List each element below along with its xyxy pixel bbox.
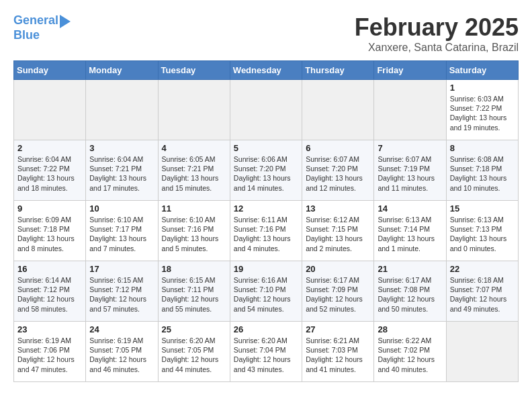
day-number: 4	[162, 143, 226, 153]
calendar-cell: 11Sunrise: 6:10 AM Sunset: 7:16 PM Dayli…	[158, 201, 230, 261]
day-number: 26	[234, 324, 298, 334]
calendar-week-1: 1Sunrise: 6:03 AM Sunset: 7:22 PM Daylig…	[14, 80, 519, 140]
calendar-cell: 8Sunrise: 6:08 AM Sunset: 7:18 PM Daylig…	[446, 140, 518, 201]
day-info: Sunrise: 6:11 AM Sunset: 7:16 PM Dayligh…	[234, 215, 298, 253]
calendar-cell: 4Sunrise: 6:05 AM Sunset: 7:21 PM Daylig…	[158, 140, 230, 201]
calendar-cell: 14Sunrise: 6:13 AM Sunset: 7:14 PM Dayli…	[374, 201, 446, 261]
calendar-cell: 21Sunrise: 6:17 AM Sunset: 7:08 PM Dayli…	[374, 261, 446, 322]
calendar-week-3: 9Sunrise: 6:09 AM Sunset: 7:18 PM Daylig…	[14, 201, 519, 261]
calendar-header: SundayMondayTuesdayWednesdayThursdayFrid…	[14, 61, 519, 80]
day-info: Sunrise: 6:09 AM Sunset: 7:18 PM Dayligh…	[17, 215, 82, 253]
calendar-body: 1Sunrise: 6:03 AM Sunset: 7:22 PM Daylig…	[14, 80, 519, 382]
day-number: 10	[89, 203, 154, 214]
day-info: Sunrise: 6:15 AM Sunset: 7:12 PM Dayligh…	[89, 275, 154, 314]
calendar-cell	[374, 80, 446, 140]
calendar-cell: 7Sunrise: 6:07 AM Sunset: 7:19 PM Daylig…	[374, 140, 446, 201]
calendar-cell: 19Sunrise: 6:16 AM Sunset: 7:10 PM Dayli…	[230, 261, 302, 322]
day-info: Sunrise: 6:17 AM Sunset: 7:09 PM Dayligh…	[306, 275, 370, 314]
calendar-cell	[158, 80, 230, 140]
day-info: Sunrise: 6:21 AM Sunset: 7:03 PM Dayligh…	[306, 336, 370, 374]
day-number: 20	[306, 264, 370, 274]
day-number: 1	[450, 83, 515, 93]
logo-text-blue: Blue	[13, 28, 40, 43]
calendar-cell: 26Sunrise: 6:20 AM Sunset: 7:04 PM Dayli…	[230, 322, 302, 382]
day-info: Sunrise: 6:20 AM Sunset: 7:04 PM Dayligh…	[234, 336, 298, 374]
day-info: Sunrise: 6:14 AM Sunset: 7:12 PM Dayligh…	[17, 275, 82, 314]
day-info: Sunrise: 6:07 AM Sunset: 7:19 PM Dayligh…	[378, 154, 442, 193]
calendar-cell: 17Sunrise: 6:15 AM Sunset: 7:12 PM Dayli…	[86, 261, 158, 322]
day-info: Sunrise: 6:10 AM Sunset: 7:17 PM Dayligh…	[89, 215, 154, 253]
calendar-cell	[302, 80, 374, 140]
day-info: Sunrise: 6:18 AM Sunset: 7:07 PM Dayligh…	[450, 275, 515, 314]
day-number: 7	[378, 143, 442, 153]
calendar-cell: 20Sunrise: 6:17 AM Sunset: 7:09 PM Dayli…	[302, 261, 374, 322]
calendar-cell	[446, 322, 518, 382]
calendar-cell: 15Sunrise: 6:13 AM Sunset: 7:13 PM Dayli…	[446, 201, 518, 261]
day-info: Sunrise: 6:10 AM Sunset: 7:16 PM Dayligh…	[162, 215, 226, 253]
day-number: 6	[306, 143, 370, 153]
calendar-cell: 1Sunrise: 6:03 AM Sunset: 7:22 PM Daylig…	[446, 80, 518, 140]
logo-arrow-icon	[60, 15, 71, 28]
day-info: Sunrise: 6:08 AM Sunset: 7:18 PM Dayligh…	[450, 154, 515, 193]
day-number: 18	[162, 264, 226, 274]
day-info: Sunrise: 6:03 AM Sunset: 7:22 PM Dayligh…	[450, 94, 515, 132]
day-info: Sunrise: 6:19 AM Sunset: 7:06 PM Dayligh…	[17, 336, 82, 374]
calendar-cell: 22Sunrise: 6:18 AM Sunset: 7:07 PM Dayli…	[446, 261, 518, 322]
calendar-cell: 28Sunrise: 6:22 AM Sunset: 7:02 PM Dayli…	[374, 322, 446, 382]
weekday-header-sunday: Sunday	[14, 61, 86, 80]
day-number: 2	[17, 143, 82, 153]
calendar-cell: 9Sunrise: 6:09 AM Sunset: 7:18 PM Daylig…	[14, 201, 86, 261]
day-number: 12	[234, 203, 298, 214]
weekday-header-monday: Monday	[86, 61, 158, 80]
day-number: 23	[17, 324, 82, 334]
title-block: February 2025 Xanxere, Santa Catarina, B…	[355, 13, 519, 54]
day-number: 21	[378, 264, 442, 274]
day-info: Sunrise: 6:04 AM Sunset: 7:22 PM Dayligh…	[17, 154, 82, 193]
logo: General Blue	[13, 13, 71, 43]
day-info: Sunrise: 6:13 AM Sunset: 7:13 PM Dayligh…	[450, 215, 515, 253]
day-number: 11	[162, 203, 226, 214]
calendar-cell: 27Sunrise: 6:21 AM Sunset: 7:03 PM Dayli…	[302, 322, 374, 382]
calendar-week-4: 16Sunrise: 6:14 AM Sunset: 7:12 PM Dayli…	[14, 261, 519, 322]
calendar-cell: 10Sunrise: 6:10 AM Sunset: 7:17 PM Dayli…	[86, 201, 158, 261]
calendar-cell: 6Sunrise: 6:07 AM Sunset: 7:20 PM Daylig…	[302, 140, 374, 201]
calendar-cell: 5Sunrise: 6:06 AM Sunset: 7:20 PM Daylig…	[230, 140, 302, 201]
day-info: Sunrise: 6:04 AM Sunset: 7:21 PM Dayligh…	[89, 154, 154, 193]
day-number: 14	[378, 203, 442, 214]
page-header: General Blue February 2025 Xanxere, Sant…	[13, 13, 519, 54]
day-number: 17	[89, 264, 154, 274]
weekday-header-saturday: Saturday	[446, 61, 518, 80]
day-info: Sunrise: 6:16 AM Sunset: 7:10 PM Dayligh…	[234, 275, 298, 314]
calendar-cell: 23Sunrise: 6:19 AM Sunset: 7:06 PM Dayli…	[14, 322, 86, 382]
calendar-table: SundayMondayTuesdayWednesdayThursdayFrid…	[13, 60, 519, 382]
calendar-cell: 12Sunrise: 6:11 AM Sunset: 7:16 PM Dayli…	[230, 201, 302, 261]
calendar-subtitle: Xanxere, Santa Catarina, Brazil	[355, 42, 519, 54]
weekday-header-wednesday: Wednesday	[230, 61, 302, 80]
calendar-cell	[86, 80, 158, 140]
day-info: Sunrise: 6:20 AM Sunset: 7:05 PM Dayligh…	[162, 336, 226, 374]
weekday-header-friday: Friday	[374, 61, 446, 80]
calendar-cell: 13Sunrise: 6:12 AM Sunset: 7:15 PM Dayli…	[302, 201, 374, 261]
calendar-cell: 2Sunrise: 6:04 AM Sunset: 7:22 PM Daylig…	[14, 140, 86, 201]
day-number: 3	[89, 143, 154, 153]
day-number: 13	[306, 203, 370, 214]
day-info: Sunrise: 6:15 AM Sunset: 7:11 PM Dayligh…	[162, 275, 226, 314]
weekday-row: SundayMondayTuesdayWednesdayThursdayFrid…	[14, 61, 519, 80]
weekday-header-thursday: Thursday	[302, 61, 374, 80]
day-number: 27	[306, 324, 370, 334]
weekday-header-tuesday: Tuesday	[158, 61, 230, 80]
day-info: Sunrise: 6:07 AM Sunset: 7:20 PM Dayligh…	[306, 154, 370, 193]
calendar-title: February 2025	[355, 13, 519, 42]
day-info: Sunrise: 6:13 AM Sunset: 7:14 PM Dayligh…	[378, 215, 442, 253]
day-info: Sunrise: 6:12 AM Sunset: 7:15 PM Dayligh…	[306, 215, 370, 253]
calendar-cell: 25Sunrise: 6:20 AM Sunset: 7:05 PM Dayli…	[158, 322, 230, 382]
day-info: Sunrise: 6:17 AM Sunset: 7:08 PM Dayligh…	[378, 275, 442, 314]
day-number: 9	[17, 203, 82, 214]
day-info: Sunrise: 6:05 AM Sunset: 7:21 PM Dayligh…	[162, 154, 226, 193]
day-number: 15	[450, 203, 515, 214]
calendar-cell: 16Sunrise: 6:14 AM Sunset: 7:12 PM Dayli…	[14, 261, 86, 322]
calendar-cell: 3Sunrise: 6:04 AM Sunset: 7:21 PM Daylig…	[86, 140, 158, 201]
day-number: 5	[234, 143, 298, 153]
day-number: 16	[17, 264, 82, 274]
calendar-week-2: 2Sunrise: 6:04 AM Sunset: 7:22 PM Daylig…	[14, 140, 519, 201]
